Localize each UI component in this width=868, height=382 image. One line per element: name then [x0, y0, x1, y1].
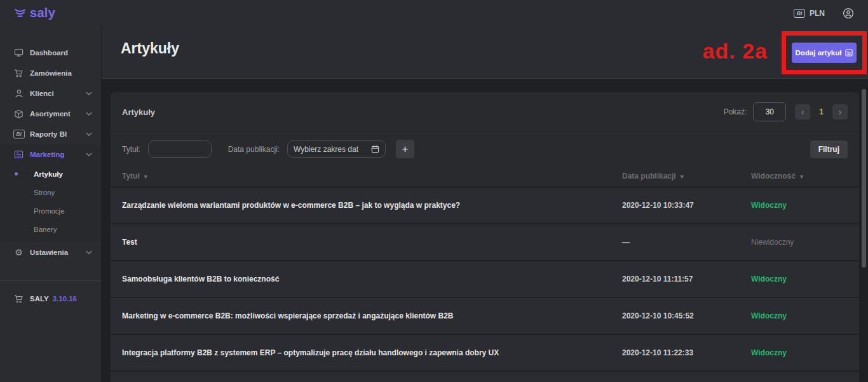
sidebar-item-raporty-bi[interactable]: BI Raporty BI [0, 124, 101, 144]
sidebar-item-dashboard[interactable]: Dashboard [0, 43, 101, 63]
monitor-icon [13, 48, 24, 57]
sidebar-subitem-label: Promocje [34, 207, 65, 215]
table-row[interactable]: Samoobsługa klientów B2B to konieczność … [111, 261, 859, 298]
column-label: Widoczność [751, 172, 796, 181]
status-badge: Widoczny [751, 275, 848, 283]
table-row[interactable]: Marketing w e-commerce B2B: możliwości w… [111, 298, 859, 335]
chevron-down-icon [86, 92, 92, 95]
article-date: — [622, 238, 751, 247]
annotation-text: ad. 2a [703, 39, 768, 64]
table-header-row: Tytuł ▾ Data publikacji ▾ Widoczność ▾ [111, 166, 859, 188]
filter-submit-button[interactable]: Filtruj [810, 140, 848, 158]
bi-report-icon: BI [13, 130, 24, 139]
marketing-nav-group: Marketing Artykuły Strony Promocje Baner… [0, 144, 101, 242]
article-title: Marketing w e-commerce B2B: możliwości w… [122, 311, 622, 320]
show-label: Pokaż: [724, 107, 747, 116]
sidebar-item-asortyment[interactable]: Asortyment [0, 104, 101, 124]
status-badge: Widoczny [751, 348, 848, 357]
top-bar: saly Bi PLN [0, 0, 868, 26]
article-date: 2020-12-10 10:33:47 [622, 201, 751, 210]
sidebar-item-label: Ustawienia [30, 249, 68, 256]
sidebar: Dashboard Zamówienia Klienci [0, 26, 102, 382]
status-badge: Widoczny [751, 311, 848, 320]
annotation-highlight-box: Dodaj artykuł [782, 31, 867, 74]
app-version: 3.10.16 [53, 295, 77, 303]
add-article-button[interactable]: Dodaj artykuł [792, 43, 857, 63]
sort-desc-icon: ▾ [800, 173, 803, 180]
chevron-down-icon [86, 250, 92, 254]
currency-label: PLN [810, 9, 825, 18]
sidebar-item-zamowienia[interactable]: Zamówienia [0, 63, 101, 83]
page-title: Artykuły [121, 40, 179, 57]
add-article-label: Dodaj artykuł [796, 49, 842, 57]
article-title: Integracja platformy B2B z systemem ERP … [122, 348, 622, 357]
sort-desc-icon: ▾ [681, 173, 684, 180]
sidebar-subitem-label: Banery [34, 226, 57, 233]
calendar-icon [371, 145, 379, 153]
filter-bar: Tytuł: Data publikacji: + Filtruj [111, 132, 859, 166]
package-icon [13, 109, 24, 119]
table-row-partial[interactable] [111, 372, 859, 382]
account-icon[interactable] [843, 8, 854, 19]
article-date: 2020-12-10 11:22:33 [622, 348, 751, 357]
page-header: Artykuły ad. 2a Dodaj artykuł [102, 26, 868, 79]
article-title: Zarządzanie wieloma wariantami produktów… [122, 201, 622, 210]
banknote-icon: Bi [794, 9, 805, 18]
table-row[interactable]: Integracja platformy B2B z systemem ERP … [111, 335, 859, 372]
app-logo-text: saly [30, 6, 55, 20]
table-row[interactable]: Zarządzanie wieloma wariantami produktów… [111, 188, 859, 224]
title-filter-label: Tytuł: [122, 145, 140, 154]
sidebar-item-label: Marketing [30, 151, 64, 158]
panel-header: Artykuły Pokaż: ‹ 1 › [111, 92, 859, 132]
sort-desc-icon: ▾ [144, 173, 147, 180]
sidebar-subitem-label: Artykuły [34, 170, 63, 178]
article-icon [845, 49, 853, 57]
active-bullet [15, 172, 18, 175]
status-badge: Widoczny [751, 201, 848, 210]
sidebar-item-label: Raporty BI [30, 130, 67, 138]
sidebar-item-label: Dashboard [30, 49, 68, 57]
date-range-picker[interactable] [287, 140, 386, 158]
column-header-date[interactable]: Data publikacji ▾ [622, 172, 751, 181]
sidebar-subitem-banery[interactable]: Banery [0, 220, 101, 238]
vertical-scrollbar[interactable] [862, 89, 866, 268]
chevron-down-icon [86, 132, 92, 136]
article-title: Samoobsługa klientów B2B to konieczność [122, 275, 622, 283]
sidebar-item-label: Zamówienia [30, 69, 72, 77]
table-row[interactable]: Test — Niewidoczny [111, 224, 859, 261]
prev-page-button[interactable]: ‹ [795, 104, 810, 119]
chevron-down-icon [86, 153, 92, 156]
column-label: Tytuł [122, 172, 140, 181]
title-filter-input[interactable] [148, 140, 212, 158]
chevron-down-icon [86, 112, 92, 116]
add-filter-button[interactable]: + [396, 140, 414, 158]
article-date: 2020-12-10 11:11:57 [622, 275, 751, 283]
date-range-input[interactable] [294, 145, 371, 154]
app-logo[interactable]: saly [14, 6, 55, 20]
column-header-title[interactable]: Tytuł ▾ [122, 172, 622, 181]
panel-title: Artykuły [122, 107, 155, 117]
articles-panel: Artykuły Pokaż: ‹ 1 › Tytuł: Data publik… [111, 92, 859, 382]
sidebar-subitem-artykuly[interactable]: Artykuły [0, 165, 101, 183]
sidebar-item-label: Asortyment [30, 110, 71, 118]
column-header-visibility[interactable]: Widoczność ▾ [751, 172, 848, 181]
sidebar-item-ustawienia[interactable]: ⚙ Ustawienia [0, 242, 101, 263]
sidebar-item-marketing[interactable]: Marketing [0, 144, 101, 165]
next-page-button[interactable]: › [832, 104, 848, 119]
sidebar-subitem-strony[interactable]: Strony [0, 183, 101, 201]
date-filter-label: Data publikacji: [228, 145, 280, 154]
sidebar-item-klienci[interactable]: Klienci [0, 83, 101, 104]
article-date: 2020-12-10 10:45:52 [622, 311, 751, 320]
sidebar-subitem-label: Strony [34, 189, 55, 196]
sidebar-divider [0, 280, 101, 281]
currency-selector[interactable]: Bi PLN [794, 9, 825, 18]
column-label: Data publikacji [622, 172, 676, 181]
page-size-input[interactable] [753, 102, 786, 121]
current-page-number: 1 [819, 107, 824, 116]
app-name: SALY [30, 295, 49, 303]
article-title: Test [122, 238, 622, 247]
sidebar-footer: SALY 3.10.16 [0, 289, 101, 309]
sidebar-subitem-promocje[interactable]: Promocje [0, 201, 101, 220]
content-area: Artykuły Pokaż: ‹ 1 › Tytuł: Data publik… [102, 79, 868, 382]
cart-icon [13, 294, 24, 304]
